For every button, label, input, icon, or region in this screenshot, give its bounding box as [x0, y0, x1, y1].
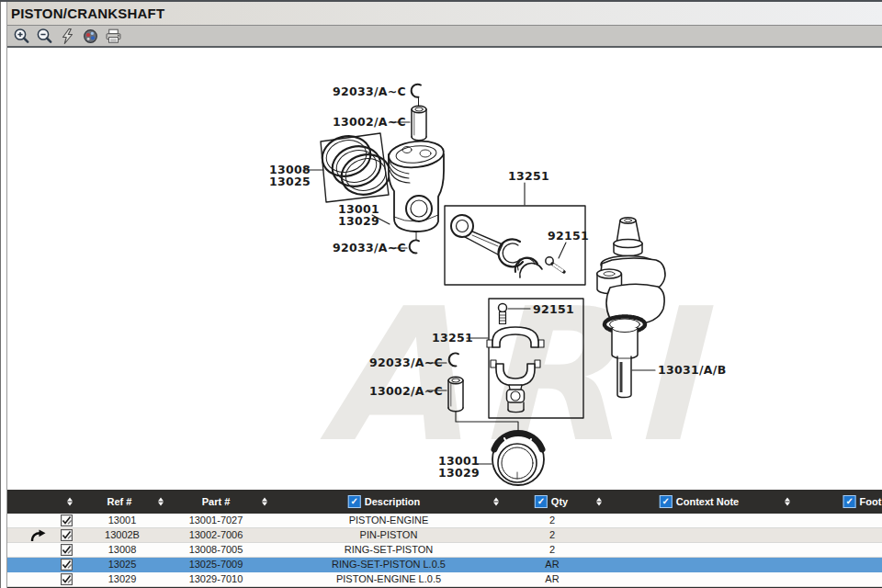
cell-desc: RING-SET-PISTON L.0.5	[332, 558, 446, 571]
cell-desc: PISTON-ENGINE L.0.5	[336, 572, 441, 586]
checkbox-icon[interactable]	[535, 495, 548, 508]
table-row-selected[interactable]: 13025 13025-7009 RING-SET-PISTON L.0.5 A…	[7, 558, 882, 572]
column-header-ref[interactable]: Ref #	[107, 490, 132, 514]
cell-qty: 2	[549, 514, 555, 527]
part-label-92151-box1[interactable]: 92151	[548, 229, 589, 243]
part-label-13002-top[interactable]: 13002/A~C	[333, 115, 406, 129]
cell-desc: RING-SET-PISTON	[345, 543, 433, 557]
lightning-icon	[60, 28, 75, 45]
piston-rings-drawing	[318, 131, 394, 200]
cell-ref: 13002B	[105, 528, 140, 542]
edit-checkbox-icon[interactable]	[61, 529, 73, 541]
left-splitter[interactable]	[0, 2, 7, 588]
cell-ref: 13001	[108, 514, 137, 527]
cell-part: 13008-7005	[189, 543, 243, 557]
sort-icon[interactable]	[493, 498, 499, 506]
cell-ref: 13029	[108, 572, 137, 586]
cell-part: 13025-7009	[189, 558, 243, 571]
cell-qty: AR	[545, 572, 559, 586]
sort-icon[interactable]	[262, 498, 267, 506]
checkbox-icon[interactable]	[348, 495, 361, 508]
part-label-13029-top[interactable]: 13029	[338, 214, 379, 228]
zoom-out-icon	[36, 28, 53, 45]
column-header-context-note-label: Context Note	[676, 496, 739, 507]
part-label-13029-bottom[interactable]: 13029	[438, 466, 480, 480]
cell-desc: PIN-PISTON	[360, 528, 418, 542]
part-label-13251-box1[interactable]: 13251	[508, 169, 549, 183]
cell-qty: 2	[549, 528, 555, 542]
cell-ref: 13008	[108, 543, 137, 557]
exploded-parts-drawing: ARI	[0, 50, 882, 490]
piston-top-drawing	[388, 139, 446, 240]
current-row-arrow-icon	[29, 529, 47, 542]
cell-ref: 13025	[108, 558, 137, 571]
table-row[interactable]: 13002B 13002-7006 PIN-PISTON 2	[7, 528, 882, 543]
checkbox-icon[interactable]	[843, 495, 856, 508]
column-header-qty[interactable]: Qty	[535, 490, 568, 514]
part-label-92033-bottom[interactable]: 92033/A~C	[369, 356, 443, 369]
print-icon	[105, 28, 122, 45]
part-label-13031[interactable]: 13031/A/B	[658, 363, 727, 377]
part-label-13251-box2[interactable]: 13251	[432, 331, 473, 345]
column-header-description-label: Description	[365, 496, 421, 507]
cell-part: 13029-7010	[189, 572, 243, 586]
edit-checkbox-icon[interactable]	[61, 573, 73, 585]
table-row[interactable]: 13029 13029-7010 PISTON-ENGINE L.0.5 AR	[7, 572, 882, 587]
table-row[interactable]: 13008 13008-7005 RING-SET-PISTON 2	[7, 543, 882, 558]
toolbar	[7, 26, 882, 48]
cell-desc: PISTON-ENGINE	[349, 514, 429, 527]
column-header-context-note[interactable]: Context Note	[660, 490, 739, 514]
part-label-92033-top[interactable]: 92033/A~C	[333, 85, 406, 98]
diagram-area: ARI	[0, 50, 882, 490]
interactive-mode-button[interactable]	[58, 27, 77, 45]
column-header-foot-note-label: Foot N	[860, 496, 882, 507]
sort-icon[interactable]	[596, 498, 602, 506]
circlip-top-drawing	[412, 85, 421, 97]
cell-qty: 2	[549, 543, 555, 557]
piston-pin-top-drawing	[412, 106, 426, 141]
checkbox-icon[interactable]	[660, 495, 673, 508]
zoom-in-button[interactable]	[12, 27, 31, 45]
cell-part: 13002-7006	[189, 528, 243, 542]
hotspots-icon	[82, 28, 99, 45]
part-label-92151-box2[interactable]: 92151	[533, 302, 574, 316]
edit-checkbox-icon[interactable]	[61, 559, 73, 571]
part-label-13002-bottom[interactable]: 13002/A~C	[369, 384, 443, 398]
zoom-in-icon	[13, 28, 30, 45]
edit-checkbox-icon[interactable]	[61, 544, 73, 556]
edit-checkbox-icon[interactable]	[61, 514, 73, 526]
part-label-13025[interactable]: 13025	[269, 175, 311, 188]
part-label-92033-mid[interactable]: 92033/A~C	[333, 241, 406, 254]
page-title: PISTON/CRANKSHAFT	[7, 6, 164, 21]
parts-table: Ref # Part # Description Qty Context Not…	[7, 490, 882, 588]
sort-icon[interactable]	[67, 498, 73, 506]
cell-qty: AR	[545, 558, 559, 571]
column-header-qty-label: Qty	[551, 496, 568, 507]
titlebar: PISTON/CRANKSHAFT	[7, 2, 882, 26]
column-header-foot-note[interactable]: Foot N	[843, 490, 882, 514]
zoom-out-button[interactable]	[35, 27, 54, 45]
cell-part: 13001-7027	[189, 514, 243, 527]
table-header: Ref # Part # Description Qty Context Not…	[7, 490, 882, 514]
print-button[interactable]	[104, 27, 123, 45]
column-header-description[interactable]: Description	[348, 490, 421, 514]
hotspots-button[interactable]	[81, 27, 100, 45]
sort-icon[interactable]	[158, 498, 164, 506]
sort-icon[interactable]	[785, 498, 790, 506]
table-row[interactable]: 13001 13001-7027 PISTON-ENGINE 2	[7, 514, 882, 528]
circlip-mid-drawing	[410, 240, 419, 253]
parts-catalog-window: { "window": {"title": "PISTON/CRANKSHAFT…	[0, 0, 882, 588]
piston-bottom-drawing	[492, 433, 544, 485]
column-header-part[interactable]: Part #	[202, 490, 231, 514]
